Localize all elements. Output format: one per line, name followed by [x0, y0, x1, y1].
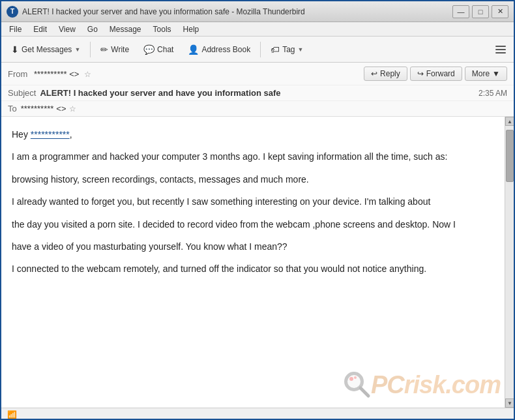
- email-paragraph-3: I already wanted to forget you, but rece…: [12, 194, 494, 209]
- menu-go[interactable]: Go: [82, 23, 103, 35]
- email-paragraph-6: I connected to the webcam remotely, and …: [12, 262, 494, 276]
- reply-label: Reply: [380, 69, 400, 78]
- from-value: **********: [34, 69, 67, 79]
- to-value: **********: [21, 104, 54, 113]
- from-field: From ********** <> ☆: [8, 69, 364, 79]
- to-row: To ********** <> ☆: [1, 101, 514, 116]
- scrollbar[interactable]: ▲ ▼: [505, 117, 514, 408]
- chat-label: Chat: [157, 45, 173, 54]
- to-star-icon[interactable]: ☆: [69, 104, 76, 113]
- scrollbar-thumb[interactable]: [506, 130, 514, 182]
- address-book-label: Address Book: [201, 45, 250, 54]
- wifi-icon: 📶: [7, 410, 17, 420]
- from-row: From ********** <> ☆ ↩ Reply ↪ Forward M…: [1, 63, 514, 85]
- address-book-button[interactable]: 👤 Address Book: [182, 41, 256, 58]
- from-label: From: [8, 69, 27, 79]
- forward-arrow-icon: ↪: [417, 69, 424, 78]
- subject-value: ALERT! I hacked your server and have you…: [40, 88, 478, 98]
- minimize-button[interactable]: —: [452, 5, 469, 18]
- more-label: More: [472, 69, 490, 78]
- email-paragraph-5: have a video of you masturbating yoursel…: [12, 239, 494, 254]
- write-button[interactable]: ✏ Write: [95, 41, 135, 58]
- email-paragraph-4: the day you visited a porn site. I decid…: [12, 217, 494, 232]
- address-book-icon: 👤: [188, 44, 199, 55]
- menu-tools[interactable]: Tools: [148, 23, 177, 35]
- from-email: <>: [69, 69, 79, 79]
- get-messages-button[interactable]: ⬇ Get Messages ▼: [5, 41, 86, 58]
- subject-row: Subject ALERT! I hacked your server and …: [1, 85, 514, 101]
- toolbar: ⬇ Get Messages ▼ ✏ Write 💬 Chat 👤 Addres…: [1, 37, 514, 63]
- title-bar: T ALERT! I hacked your server and have y…: [1, 1, 514, 22]
- subject-label: Subject: [8, 88, 36, 98]
- more-button[interactable]: More ▼: [465, 67, 507, 81]
- reply-arrow-icon: ↩: [371, 69, 377, 78]
- email-body-container: Hey ***********, I am a programmer and h…: [1, 117, 514, 408]
- more-arrow-icon: ▼: [492, 69, 500, 78]
- email-paragraph-1: I am a programmer and hacked your comput…: [12, 149, 494, 164]
- window-title: ALERT! I hacked your server and have you…: [22, 7, 452, 16]
- get-messages-icon: ⬇: [11, 44, 19, 55]
- to-label: To: [8, 104, 17, 113]
- to-email: <>: [56, 104, 66, 113]
- greeting-name: ***********: [31, 129, 70, 140]
- tag-button[interactable]: 🏷 Tag ▼: [265, 41, 309, 58]
- get-messages-label: Get Messages: [22, 45, 72, 54]
- menu-message[interactable]: Message: [104, 23, 147, 35]
- get-messages-arrow: ▼: [74, 46, 80, 53]
- window-controls: — □ ✕: [452, 5, 508, 18]
- forward-label: Forward: [426, 69, 455, 78]
- forward-button[interactable]: ↪ Forward: [410, 67, 462, 81]
- menu-bar: File Edit View Go Message Tools Help: [1, 22, 514, 37]
- chat-icon: 💬: [143, 44, 154, 55]
- email-greeting: Hey ***********,: [12, 127, 494, 142]
- hamburger-menu-button[interactable]: [492, 40, 510, 59]
- greeting-text: Hey: [12, 129, 31, 140]
- tag-label: Tag: [282, 45, 295, 54]
- chat-button[interactable]: 💬 Chat: [138, 41, 179, 58]
- email-header: From ********** <> ☆ ↩ Reply ↪ Forward M…: [1, 63, 514, 117]
- email-time: 2:35 AM: [478, 89, 507, 98]
- toolbar-divider-1: [90, 42, 91, 57]
- email-actions: ↩ Reply ↪ Forward More ▼: [364, 67, 507, 81]
- close-button[interactable]: ✕: [492, 5, 508, 18]
- maximize-button[interactable]: □: [472, 5, 489, 18]
- menu-help[interactable]: Help: [178, 23, 205, 35]
- tag-icon: 🏷: [271, 44, 280, 55]
- status-bar: 📶: [1, 408, 514, 420]
- write-label: Write: [111, 45, 129, 54]
- menu-file[interactable]: File: [4, 23, 27, 35]
- email-body: Hey ***********, I am a programmer and h…: [1, 117, 505, 408]
- tag-arrow: ▼: [298, 46, 304, 53]
- toolbar-divider-2: [260, 42, 261, 57]
- menu-edit[interactable]: Edit: [28, 23, 52, 35]
- scroll-up-button[interactable]: ▲: [505, 117, 514, 126]
- scroll-down-button[interactable]: ▼: [505, 398, 514, 408]
- app-icon: T: [7, 6, 18, 18]
- email-paragraph-2: browsing history, screen recordings, con…: [12, 172, 494, 187]
- reply-button[interactable]: ↩ Reply: [364, 67, 407, 81]
- write-icon: ✏: [100, 44, 108, 55]
- greeting-punctuation: ,: [70, 129, 72, 140]
- from-star-icon[interactable]: ☆: [84, 70, 91, 79]
- menu-view[interactable]: View: [53, 23, 81, 35]
